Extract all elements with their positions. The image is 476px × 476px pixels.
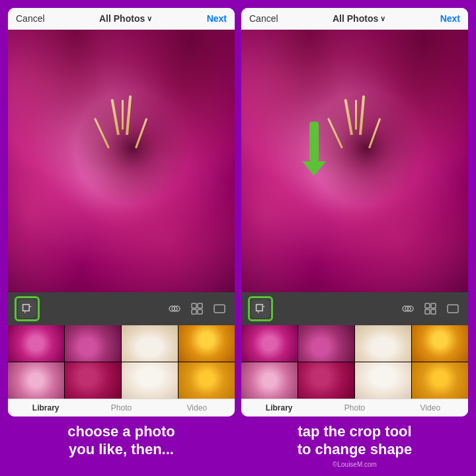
svg-rect-4: [198, 303, 202, 308]
left-tab-video[interactable]: Video: [159, 399, 235, 416]
left-cancel-button[interactable]: Cancel: [16, 13, 45, 24]
right-header: Cancel All Photos ∨ Next: [241, 8, 468, 30]
right-tab-video[interactable]: Video: [393, 399, 468, 416]
right-infinity-icon: [399, 300, 416, 317]
right-crop-highlight: [248, 296, 273, 321]
right-thumb-7[interactable]: [355, 362, 411, 399]
left-toolbar-right: [166, 300, 228, 317]
right-toolbar: [241, 292, 468, 325]
left-title: All Photos ∨: [99, 13, 152, 24]
right-thumb-6[interactable]: [298, 362, 354, 399]
svg-rect-6: [198, 309, 202, 314]
left-caption: choose a photoyou like, then...: [8, 423, 235, 458]
left-next-button[interactable]: Next: [207, 13, 227, 24]
svg-rect-5: [192, 309, 196, 314]
watermark: ©LouiseM.com: [241, 461, 468, 468]
svg-rect-3: [192, 303, 196, 308]
left-caption-box: choose a photoyou like, then...: [8, 423, 235, 468]
right-toolbar-left: [248, 296, 273, 321]
right-caption-box: tap the crop toolto change shape ©Louise…: [241, 423, 468, 468]
svg-rect-0: [23, 305, 30, 311]
bottom-section: choose a photoyou like, then... tap the …: [0, 416, 476, 476]
svg-rect-7: [214, 305, 225, 313]
right-thumbnail-grid: [241, 325, 468, 399]
left-chevron-icon: ∨: [147, 15, 152, 23]
right-tab-photo[interactable]: Photo: [317, 399, 392, 416]
left-tab-library[interactable]: Library: [8, 399, 83, 416]
thumb-6[interactable]: [65, 362, 121, 399]
right-main-image: [241, 30, 468, 292]
thumb-2[interactable]: [65, 325, 121, 362]
left-infinity-icon: [166, 300, 183, 317]
top-section: Cancel All Photos ∨ Next: [0, 0, 476, 416]
right-title: All Photos ∨: [333, 13, 385, 24]
svg-rect-13: [425, 309, 430, 314]
thumb-1[interactable]: [8, 325, 64, 362]
right-caption: tap the crop toolto change shape: [241, 423, 468, 458]
right-crop-ratio-icon: [444, 300, 461, 317]
left-crop-button[interactable]: [18, 299, 36, 318]
thumb-4[interactable]: [178, 325, 235, 362]
left-main-image: [8, 30, 235, 292]
right-thumb-3[interactable]: [355, 325, 411, 362]
right-panel-wrapper: Cancel All Photos ∨ Next: [241, 8, 468, 416]
right-crop-button[interactable]: [251, 299, 270, 318]
right-cancel-button[interactable]: Cancel: [249, 13, 278, 24]
svg-rect-11: [425, 303, 430, 308]
left-tab-photo[interactable]: Photo: [83, 399, 159, 416]
left-panel-wrapper: Cancel All Photos ∨ Next: [8, 8, 235, 416]
right-bottom-tabs: Library Photo Video: [241, 399, 468, 416]
svg-rect-8: [257, 305, 263, 311]
svg-rect-14: [431, 309, 436, 314]
right-thumb-4[interactable]: [412, 325, 468, 362]
right-title-text: All Photos: [333, 13, 378, 24]
left-toolbar-left: [15, 296, 40, 321]
thumb-7[interactable]: [122, 362, 178, 399]
left-thumbnail-grid: [8, 325, 235, 399]
left-phone-panel: Cancel All Photos ∨ Next: [8, 8, 235, 416]
thumb-5[interactable]: [8, 362, 64, 399]
right-next-button[interactable]: Next: [440, 13, 460, 24]
right-tab-library[interactable]: Library: [241, 399, 317, 416]
left-crop-ratio-icon: [211, 300, 228, 317]
left-grid-icon: [188, 300, 206, 317]
left-bottom-tabs: Library Photo Video: [8, 399, 235, 416]
right-thumb-1[interactable]: [241, 325, 298, 362]
right-toolbar-right: [399, 300, 461, 317]
right-thumb-8[interactable]: [412, 362, 468, 399]
right-thumb-5[interactable]: [241, 362, 298, 399]
right-phone-panel: Cancel All Photos ∨ Next: [241, 8, 468, 416]
right-thumb-2[interactable]: [298, 325, 354, 362]
left-toolbar: [8, 292, 235, 325]
right-chevron-icon: ∨: [380, 15, 385, 23]
left-header: Cancel All Photos ∨ Next: [8, 8, 235, 30]
thumb-3[interactable]: [122, 325, 178, 362]
svg-rect-15: [448, 305, 458, 313]
left-crop-highlight: [15, 296, 40, 321]
right-grid-icon: [422, 300, 439, 317]
svg-rect-12: [431, 303, 436, 308]
left-title-text: All Photos: [99, 13, 145, 24]
thumb-8[interactable]: [178, 362, 235, 399]
